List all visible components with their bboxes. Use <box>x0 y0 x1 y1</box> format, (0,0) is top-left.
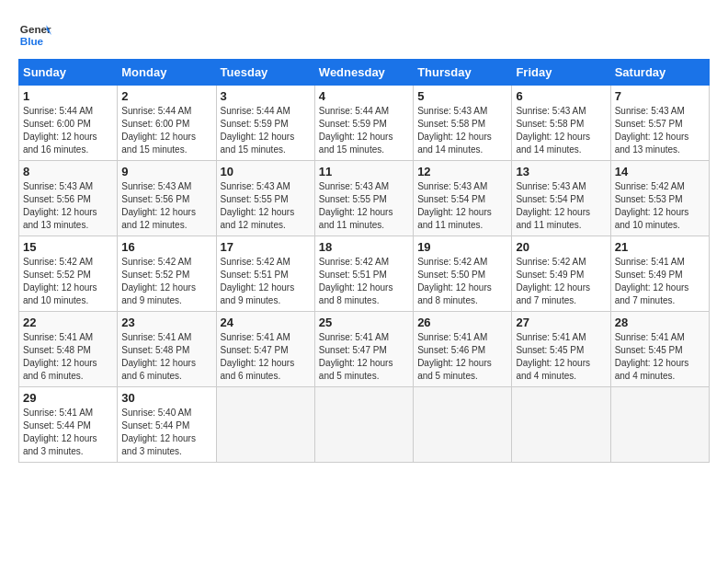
calendar-day-10: 10Sunrise: 5:43 AM Sunset: 5:55 PM Dayli… <box>216 161 314 236</box>
calendar-day-13: 13Sunrise: 5:43 AM Sunset: 5:54 PM Dayli… <box>512 161 610 236</box>
header-cell-wednesday: Wednesday <box>314 60 413 86</box>
calendar-day-26: 26Sunrise: 5:41 AM Sunset: 5:46 PM Dayli… <box>414 312 512 387</box>
calendar-empty-cell <box>216 387 314 463</box>
calendar-day-23: 23Sunrise: 5:41 AM Sunset: 5:48 PM Dayli… <box>118 312 216 387</box>
calendar-day-18: 18Sunrise: 5:42 AM Sunset: 5:51 PM Dayli… <box>314 236 413 312</box>
calendar-empty-cell <box>512 387 610 463</box>
calendar-day-14: 14Sunrise: 5:42 AM Sunset: 5:53 PM Dayli… <box>610 161 709 236</box>
calendar-header-row: SundayMondayTuesdayWednesdayThursdayFrid… <box>19 60 710 86</box>
calendar-day-15: 15Sunrise: 5:42 AM Sunset: 5:52 PM Dayli… <box>19 236 118 312</box>
calendar-day-20: 20Sunrise: 5:42 AM Sunset: 5:49 PM Dayli… <box>512 236 610 312</box>
calendar-day-27: 27Sunrise: 5:41 AM Sunset: 5:45 PM Dayli… <box>512 312 610 387</box>
calendar-empty-cell <box>610 387 709 463</box>
calendar-day-21: 21Sunrise: 5:41 AM Sunset: 5:49 PM Dayli… <box>610 236 709 312</box>
header-cell-friday: Friday <box>512 60 610 86</box>
calendar-body: 1Sunrise: 5:44 AM Sunset: 6:00 PM Daylig… <box>19 86 710 463</box>
header-cell-tuesday: Tuesday <box>216 60 314 86</box>
calendar-day-29: 29Sunrise: 5:41 AM Sunset: 5:44 PM Dayli… <box>19 387 118 463</box>
calendar-day-7: 7Sunrise: 5:43 AM Sunset: 5:57 PM Daylig… <box>610 86 709 161</box>
calendar-day-3: 3Sunrise: 5:44 AM Sunset: 5:59 PM Daylig… <box>216 86 314 161</box>
header-cell-saturday: Saturday <box>610 60 709 86</box>
calendar-empty-cell <box>414 387 512 463</box>
calendar-day-30: 30Sunrise: 5:40 AM Sunset: 5:44 PM Dayli… <box>118 387 216 463</box>
calendar-day-1: 1Sunrise: 5:44 AM Sunset: 6:00 PM Daylig… <box>19 86 118 161</box>
header: General Blue <box>18 18 710 52</box>
calendar-week-4: 22Sunrise: 5:41 AM Sunset: 5:48 PM Dayli… <box>19 312 710 387</box>
calendar-day-22: 22Sunrise: 5:41 AM Sunset: 5:48 PM Dayli… <box>19 312 118 387</box>
calendar-day-6: 6Sunrise: 5:43 AM Sunset: 5:58 PM Daylig… <box>512 86 610 161</box>
calendar-week-2: 8Sunrise: 5:43 AM Sunset: 5:56 PM Daylig… <box>19 161 710 236</box>
calendar-day-19: 19Sunrise: 5:42 AM Sunset: 5:50 PM Dayli… <box>414 236 512 312</box>
calendar-day-12: 12Sunrise: 5:43 AM Sunset: 5:54 PM Dayli… <box>414 161 512 236</box>
calendar-day-9: 9Sunrise: 5:43 AM Sunset: 5:56 PM Daylig… <box>118 161 216 236</box>
logo-icon: General Blue <box>18 18 51 52</box>
logo: General Blue <box>18 18 51 52</box>
calendar-week-3: 15Sunrise: 5:42 AM Sunset: 5:52 PM Dayli… <box>19 236 710 312</box>
calendar-day-8: 8Sunrise: 5:43 AM Sunset: 5:56 PM Daylig… <box>19 161 118 236</box>
calendar-day-24: 24Sunrise: 5:41 AM Sunset: 5:47 PM Dayli… <box>216 312 314 387</box>
calendar-empty-cell <box>314 387 413 463</box>
header-cell-thursday: Thursday <box>414 60 512 86</box>
calendar-day-11: 11Sunrise: 5:43 AM Sunset: 5:55 PM Dayli… <box>314 161 413 236</box>
calendar-day-16: 16Sunrise: 5:42 AM Sunset: 5:52 PM Dayli… <box>118 236 216 312</box>
calendar-day-5: 5Sunrise: 5:43 AM Sunset: 5:58 PM Daylig… <box>414 86 512 161</box>
calendar-day-4: 4Sunrise: 5:44 AM Sunset: 5:59 PM Daylig… <box>314 86 413 161</box>
calendar-day-17: 17Sunrise: 5:42 AM Sunset: 5:51 PM Dayli… <box>216 236 314 312</box>
calendar-day-25: 25Sunrise: 5:41 AM Sunset: 5:47 PM Dayli… <box>314 312 413 387</box>
calendar-week-1: 1Sunrise: 5:44 AM Sunset: 6:00 PM Daylig… <box>19 86 710 161</box>
calendar-week-5: 29Sunrise: 5:41 AM Sunset: 5:44 PM Dayli… <box>19 387 710 463</box>
header-cell-monday: Monday <box>118 60 216 86</box>
svg-text:Blue: Blue <box>20 35 44 47</box>
header-cell-sunday: Sunday <box>19 60 118 86</box>
calendar-day-28: 28Sunrise: 5:41 AM Sunset: 5:45 PM Dayli… <box>610 312 709 387</box>
calendar-day-2: 2Sunrise: 5:44 AM Sunset: 6:00 PM Daylig… <box>118 86 216 161</box>
calendar-table: SundayMondayTuesdayWednesdayThursdayFrid… <box>18 59 710 463</box>
